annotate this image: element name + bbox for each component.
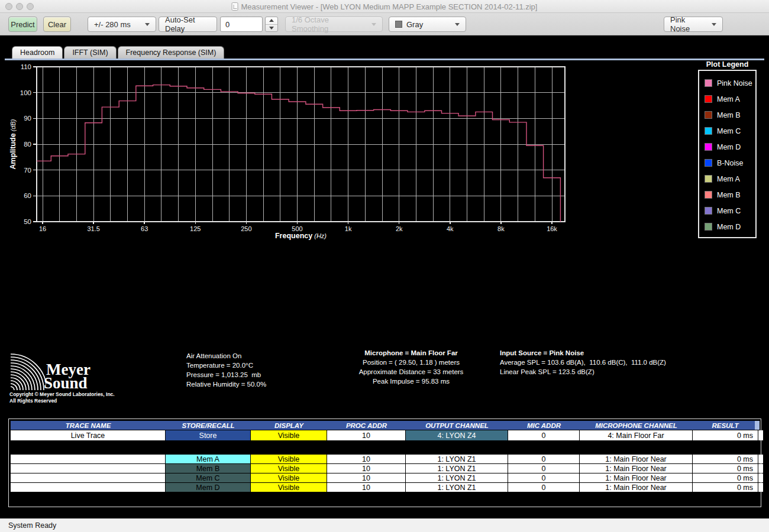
auto-set-delay-button[interactable]: Auto-Set Delay [159,17,217,32]
chevron-down-icon [371,23,376,26]
color-scheme-dropdown[interactable]: Gray [389,17,466,32]
microphone-channel-cell[interactable]: 1: Main Floor Near [580,483,692,492]
mic-addr-cell[interactable]: 0 [508,483,579,492]
display-toggle[interactable]: Visible [251,483,327,492]
tab-headroom[interactable]: Headroom [12,46,63,59]
legend-swatch-icon [705,95,712,103]
store-recall-button[interactable]: Mem B [166,464,250,473]
delay-input[interactable]: 0 [220,17,263,32]
result-cell: 0 ms [693,430,758,440]
mic-addr-cell[interactable]: 0 [508,473,579,482]
stepper-down-icon[interactable] [266,25,277,32]
display-toggle[interactable]: Visible [251,473,327,482]
predict-button[interactable]: Predict [8,17,37,32]
minimize-button[interactable] [16,3,23,10]
mic-addr-cell[interactable]: 0 [508,430,579,440]
legend-label: Mem B [717,191,741,199]
legend-item: Mem B [705,187,755,203]
toolbar: Predict Clear +/- 280 ms Auto-Set Delay … [0,13,769,35]
proc-addr-cell[interactable]: 10 [327,464,405,473]
info-line: Temperature = 20.0°C [186,361,266,370]
store-recall-button[interactable]: Mem A [166,455,250,463]
x-tick-label: 4k [447,225,454,232]
delay-range-dropdown[interactable]: +/- 280 ms [88,17,156,32]
tab-frequency-response-sim[interactable]: Frequency Response (SIM) [118,46,225,59]
legend-swatch-icon [705,175,712,183]
trace-name-cell[interactable] [11,483,165,492]
status-text: System Ready [8,521,56,530]
measurement-viewer-window: Measurement Viewer - [Web LYON Medium MA… [0,0,769,532]
mic-addr-cell[interactable]: 0 [508,455,579,463]
color-scheme-value: Gray [406,20,423,29]
x-tick-label: 63 [141,225,148,232]
trace-name-cell[interactable] [11,473,165,482]
zoom-button[interactable] [27,3,34,10]
microphone-channel-cell[interactable]: 1: Main Floor Near [580,455,692,463]
output-channel-cell[interactable]: 1: LYON Z1 [406,483,508,492]
status-bar: System Ready [0,518,769,532]
tab-strip-divider [5,59,764,60]
row-end-cell [758,430,763,440]
result-cell: 0 ms [693,455,758,463]
legend-item: Mem C [705,203,755,219]
delay-stepper[interactable] [265,17,278,32]
table-scrollbar[interactable] [755,421,760,430]
row-end-cell [758,464,763,473]
proc-addr-cell[interactable]: 10 [327,473,405,482]
y-tick-label: 60 [24,192,31,199]
pink-noise-trace [37,85,560,222]
output-channel-cell[interactable]: 4: LYON Z4 [406,430,508,440]
output-channel-cell[interactable]: 1: LYON Z1 [406,473,508,482]
legend-item: Mem B [705,107,755,123]
trace-name-cell[interactable] [11,464,165,473]
trace-name-cell[interactable]: Live Trace [11,430,165,440]
input-source-info: Input Source = Pink NoiseAverage SPL = 1… [500,348,666,377]
proc-addr-cell[interactable]: 10 [327,430,405,440]
input-source-value: Pink Noise [670,15,705,33]
microphone-info: Microphone = Main Floor FarPosition = ( … [334,348,488,386]
proc-addr-cell[interactable]: 10 [327,455,405,463]
clear-button[interactable]: Clear [43,17,71,32]
y-tick-label: 80 [24,141,31,148]
delay-range-value: +/- 280 ms [94,20,131,29]
x-tick-label: 16k [547,225,557,232]
stepper-up-icon[interactable] [266,17,277,25]
display-toggle[interactable]: Visible [251,464,327,473]
store-recall-button[interactable]: Mem C [166,473,250,482]
output-channel-cell[interactable]: 1: LYON Z1 [406,464,508,473]
proc-addr-cell[interactable]: 10 [327,483,405,492]
info-line: Approximate Distance = 33 meters [334,367,488,377]
memory-row: Mem BVisible101: LYON Z101: Main Floor N… [11,464,763,473]
mic-addr-cell[interactable]: 0 [508,464,579,473]
input-source-dropdown[interactable]: Pink Noise [664,17,723,32]
display-toggle[interactable]: Visible [251,455,327,463]
x-tick-label: 2k [396,225,403,232]
legend-item: Pink Noise [705,75,755,91]
column-header: PROC ADDR [327,421,406,430]
microphone-channel-cell[interactable]: 4: Main Floor Far [580,430,692,440]
microphone-channel-cell[interactable]: 1: Main Floor Near [580,473,692,482]
info-line: Microphone = Main Floor Far [334,348,488,358]
tab-ifft-sim[interactable]: IFFT (SIM) [64,46,116,59]
store-recall-button[interactable]: Store [166,430,250,440]
row-end-cell [758,483,763,492]
result-cell: 0 ms [693,464,758,473]
row-end-cell [758,455,763,463]
titlebar: Measurement Viewer - [Web LYON Medium MA… [0,0,769,13]
x-tick-label: 31.5 [87,225,99,232]
microphone-channel-cell[interactable]: 1: Main Floor Near [580,464,692,473]
display-toggle[interactable]: Visible [251,430,327,440]
legend-swatch-icon [705,223,712,231]
store-recall-button[interactable]: Mem D [166,483,250,492]
chevron-down-icon [455,23,460,26]
row-end-cell [758,473,763,482]
trace-name-cell[interactable] [11,455,165,463]
logo-arcs-icon [9,352,46,391]
memory-row: Mem CVisible101: LYON Z101: Main Floor N… [11,473,763,482]
live-trace-row: Live TraceStoreVisible104: LYON Z404: Ma… [11,430,763,440]
close-button[interactable] [5,3,12,10]
memory-row: Mem DVisible101: LYON Z101: Main Floor N… [11,483,763,492]
y-axis-title: Amplitude (dB) [9,119,17,169]
output-channel-cell[interactable]: 1: LYON Z1 [406,455,508,463]
legend-item: Mem A [705,171,755,187]
